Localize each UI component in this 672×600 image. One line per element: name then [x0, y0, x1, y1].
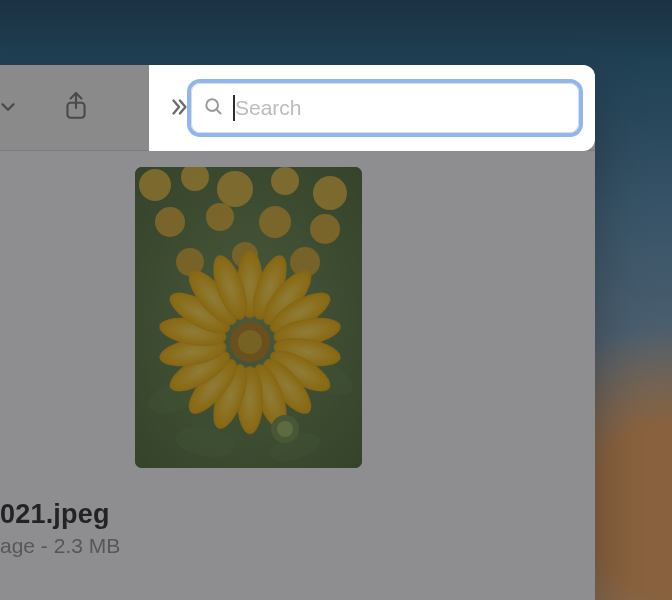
share-button[interactable]	[48, 87, 104, 131]
search-spotlight	[149, 65, 595, 151]
search-input[interactable]	[235, 96, 567, 120]
back-button[interactable]	[0, 87, 28, 131]
preview-thumbnail[interactable]	[135, 167, 362, 468]
svg-point-6	[217, 171, 253, 207]
file-info: 021.jpeg age - 2.3 MB	[0, 499, 560, 558]
file-meta: age - 2.3 MB	[0, 534, 560, 558]
svg-point-8	[313, 176, 347, 210]
svg-line-43	[217, 110, 221, 114]
svg-point-11	[259, 206, 291, 238]
svg-point-41	[277, 421, 293, 437]
magnifying-glass-icon	[203, 96, 223, 120]
chevron-down-icon	[0, 96, 19, 122]
svg-point-9	[155, 207, 185, 237]
svg-point-39	[238, 330, 262, 354]
svg-point-7	[271, 167, 299, 195]
svg-point-4	[139, 169, 171, 201]
content-area: 021.jpeg age - 2.3 MB	[0, 151, 595, 600]
search-field[interactable]	[191, 83, 579, 133]
double-chevron-right-icon	[168, 96, 190, 122]
file-name: 021.jpeg	[0, 499, 560, 530]
svg-point-12	[310, 214, 340, 244]
svg-point-10	[206, 203, 234, 231]
share-icon	[63, 92, 89, 126]
